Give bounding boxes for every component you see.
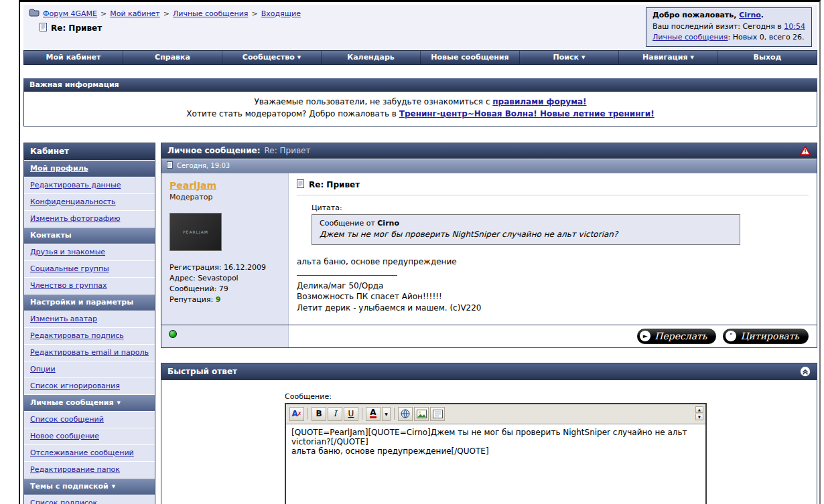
underline-button[interactable]: U — [344, 407, 358, 421]
signature-line: Возможность ПК спасет Айон!!!!!! — [297, 291, 809, 303]
sidebar-item-edit-photo[interactable]: Изменить фотографию — [24, 210, 155, 227]
cabinet-sidebar: Кабинет Мой профиль Редактировать данные… — [23, 143, 155, 504]
sidebar-section-label: Личные сообщения — [30, 398, 114, 407]
reputation-label: Репутация: — [169, 295, 216, 304]
up-arrow-icon: ▲ — [698, 408, 701, 412]
remove-format-button[interactable]: A✗ — [289, 407, 304, 421]
breadcrumb-link-inbox[interactable]: Входящие — [261, 9, 301, 18]
sidebar-item-label: Изменить фотографию — [30, 214, 120, 223]
sidebar-item-my-profile[interactable]: Мой профиль — [24, 160, 155, 177]
sidebar-section-subscribed-threads[interactable]: Темы с подпиской▼ — [24, 478, 155, 495]
message-field-label: Сообщение: — [285, 392, 817, 401]
sidebar-item-edit-email-password[interactable]: Редактировать email и пароль — [24, 344, 155, 361]
training-center-link[interactable]: Тренинг-центр~Новая Волна! Новые летние … — [399, 109, 655, 118]
avatar[interactable]: PEARLJAM — [169, 213, 222, 251]
italic-button[interactable]: I — [328, 407, 342, 421]
wrap-quote-button[interactable] — [430, 407, 445, 421]
nav-help[interactable]: Справка — [123, 51, 222, 64]
post-message-column: Re: Привет Цитата: Сообщение от Cirno Дж… — [289, 173, 817, 325]
author-role: Модератор — [169, 193, 280, 201]
bold-button[interactable]: B — [312, 407, 326, 421]
sidebar-item-edit-avatar[interactable]: Изменить аватар — [24, 311, 155, 327]
quick-reply-textarea[interactable]: [QUOTE=PearlJam][QUOTE=Cirno]Джем ты не … — [286, 424, 705, 504]
main-column: Личное сообщение: Re: Привет Сегодня, 19… — [161, 143, 817, 504]
sidebar-item-label: Редактировать данные — [30, 181, 121, 189]
sidebar-item-message-list[interactable]: Список сообщений — [24, 411, 155, 428]
report-icon[interactable] — [800, 146, 811, 155]
welcome-greeting: Добро пожаловать, — [653, 11, 739, 19]
quick-reply-body: Сообщение: A✗ B I U A ▼ — [161, 380, 817, 504]
author-reputation: Репутация: 9 — [169, 295, 280, 305]
insert-image-button[interactable] — [414, 407, 429, 421]
sidebar-item-edit-data[interactable]: Редактировать данные — [24, 177, 155, 193]
sidebar-item-folder-editing[interactable]: Редактирование папок — [24, 461, 155, 478]
nav-search[interactable]: Поиск▼ — [520, 51, 619, 64]
nav-community[interactable]: Сообщество▼ — [222, 51, 322, 64]
toolbar-scroll-up[interactable]: ▲ — [695, 406, 703, 413]
sidebar-item-new-message[interactable]: Новое сообщение — [24, 428, 155, 444]
breadcrumb-link-forum[interactable]: Форум 4GAME — [43, 9, 97, 18]
sidebar-item-label: Редактировать email и пароль — [30, 348, 149, 357]
quote-text: Джем ты не мог бы проверить NightSniper … — [320, 230, 732, 239]
post-title: Re: Привет — [309, 180, 360, 189]
online-status-icon — [169, 330, 177, 338]
sidebar-item-friends[interactable]: Друзья и знакомые — [24, 244, 155, 260]
post-footer-actions: ► Переслать ” Цитировать — [289, 325, 817, 347]
forward-icon: ► — [640, 331, 650, 341]
nav-my-cabinet[interactable]: Мой кабинет — [24, 51, 123, 64]
breadcrumb-link-cabinet[interactable]: Мой кабинет — [110, 9, 160, 18]
chevron-down-icon: ▼ — [691, 55, 694, 60]
post-footer: ► Переслать ” Цитировать — [161, 325, 817, 347]
breadcrumb-separator: > — [251, 9, 257, 18]
sidebar-item-ignore-list[interactable]: Список игнорирования — [24, 377, 155, 394]
globe-link-icon — [401, 409, 410, 418]
welcome-box: Добро пожаловать, Cirno. Ваш последний в… — [646, 7, 812, 47]
pm-header-label: Личное сообщение: — [167, 146, 261, 155]
remove-format-x-icon: ✗ — [297, 411, 302, 417]
quote-box: Сообщение от Cirno Джем ты не мог бы про… — [312, 214, 740, 245]
quote-tags-icon — [433, 410, 443, 418]
insert-link-button[interactable] — [398, 407, 413, 421]
sidebar-item-edit-signature[interactable]: Редактировать подпись — [24, 327, 155, 344]
message-editor: A✗ B I U A ▼ — [285, 403, 707, 504]
sidebar-item-subscription-list[interactable]: Список подписок — [24, 495, 155, 504]
font-color-dropdown[interactable]: ▼ — [382, 407, 391, 421]
nav-logout[interactable]: Выход — [718, 51, 817, 64]
nav-navigation[interactable]: Навигация▼ — [619, 51, 718, 64]
collapse-icon[interactable] — [800, 366, 811, 377]
sidebar-item-message-tracking[interactable]: Отслеживание сообщений — [24, 444, 155, 461]
forward-button[interactable]: ► Переслать — [637, 329, 716, 344]
last-visit-time-link[interactable]: 10:54 — [784, 22, 805, 31]
username-link[interactable]: Cirno — [739, 11, 761, 19]
image-icon — [417, 410, 427, 418]
pm-count-text: : Новых 0, всего 26. — [728, 33, 804, 41]
sidebar-item-group-membership[interactable]: Членство в группах — [24, 277, 155, 294]
quote-author: Cirno — [377, 219, 399, 228]
private-message-panel: Личное сообщение: Re: Привет Сегодня, 19… — [161, 143, 817, 348]
message-page-icon — [40, 23, 47, 33]
quote-button[interactable]: ” Цитировать — [723, 329, 809, 344]
quick-reply-panel: Быстрый ответ Сообщение: A✗ B I U A — [161, 363, 817, 504]
author-name-link[interactable]: PearlJam — [169, 180, 216, 191]
breadcrumb-link-private-messages[interactable]: Личные сообщения — [173, 9, 248, 18]
quote-icon: ” — [726, 331, 736, 341]
sidebar-item-label: Изменить аватар — [30, 315, 97, 323]
font-color-button[interactable]: A — [366, 407, 381, 421]
down-arrow-icon: ▼ — [698, 415, 701, 419]
author-post-count: Сообщений: 79 — [169, 284, 280, 295]
private-messages-link[interactable]: Личные сообщения — [653, 33, 728, 41]
sidebar-item-options[interactable]: Опции — [24, 361, 155, 377]
forum-rules-link[interactable]: правилами форума! — [492, 97, 586, 106]
nav-new-messages[interactable]: Новые сообщения — [421, 51, 520, 64]
nav-calendar[interactable]: Календарь — [322, 51, 421, 64]
sidebar-item-privacy[interactable]: Конфиденциальность — [24, 193, 155, 210]
pm-header: Личное сообщение: Re: Привет — [161, 143, 817, 159]
toolbar-separator — [362, 408, 362, 420]
nav-label: Навигация — [642, 53, 687, 62]
page-title: Re: Привет — [51, 23, 102, 33]
sidebar-item-social-groups[interactable]: Социальные группы — [24, 260, 155, 277]
toolbar-scroll-down[interactable]: ▼ — [695, 414, 703, 420]
sidebar-section-private-messages[interactable]: Личные сообщения▼ — [24, 394, 155, 411]
chevron-down-icon: ▼ — [581, 55, 585, 60]
chevron-down-icon: ▼ — [117, 400, 121, 406]
